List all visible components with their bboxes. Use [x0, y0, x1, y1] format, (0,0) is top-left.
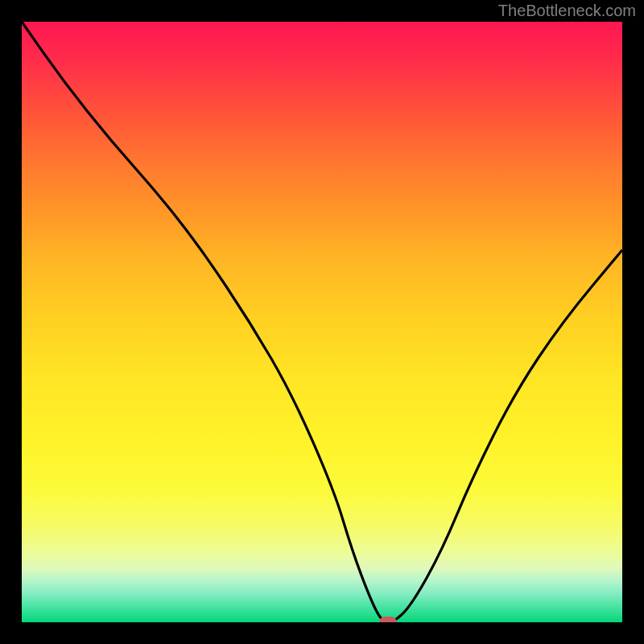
optimal-point-marker: [379, 617, 397, 622]
watermark-text: TheBottleneck.com: [498, 2, 636, 20]
chart-plot-area: [22, 22, 622, 622]
bottleneck-curve-path: [22, 22, 622, 622]
bottleneck-curve-svg: [22, 22, 622, 622]
